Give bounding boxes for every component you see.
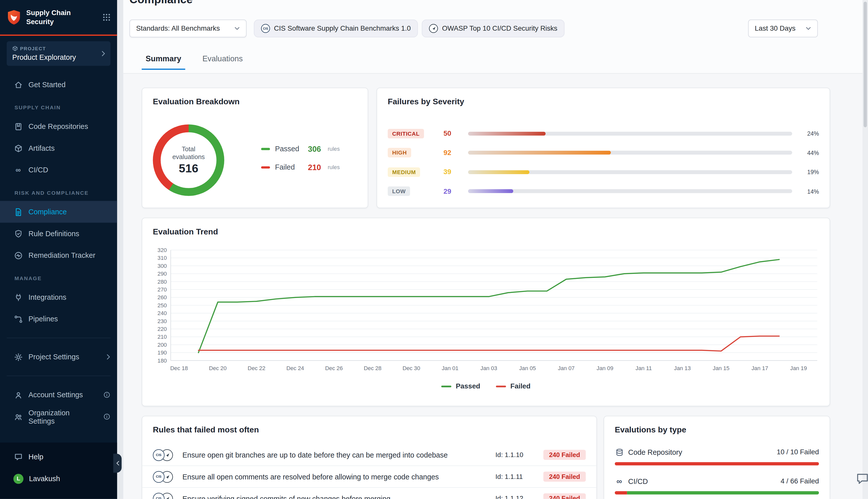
svg-text:Jan 13: Jan 13 [674, 365, 691, 372]
sidebar-item-label: Integrations [28, 293, 66, 301]
svg-text:250: 250 [158, 302, 167, 308]
passed-label: Passed [275, 145, 303, 153]
svg-text:Jan 05: Jan 05 [519, 365, 536, 372]
project-cube-icon [12, 46, 18, 51]
project-selector[interactable]: PROJECT Product Exploratory [7, 41, 111, 66]
chevron-down-icon [234, 27, 240, 30]
infinity-icon: ∞ [13, 165, 23, 175]
sidebar-item-remediation-tracker[interactable]: Remediation Tracker [0, 244, 117, 266]
card-title: Evalutions by type [615, 425, 686, 435]
tab-evaluations[interactable]: Evaluations [198, 54, 247, 70]
sidebar-item-compliance[interactable]: Compliance [0, 201, 117, 223]
main-scrollbar[interactable] [863, 0, 868, 499]
sidebar-item-get-started[interactable]: Get Started [0, 74, 117, 96]
severity-row-high: HIGH 92 44% [388, 143, 819, 162]
trend-line-chart: 3203103002902802702602502402302202102001… [142, 241, 831, 380]
chat-widget-button[interactable] [855, 472, 868, 486]
home-icon [13, 80, 23, 89]
sidebar-item-artifacts[interactable]: Artifacts [0, 137, 117, 159]
evaluations-donut-chart: Total evaluations 516 [153, 124, 224, 196]
sidebar-item-label: Organization Settings [28, 408, 97, 425]
info-icon[interactable] [103, 413, 111, 421]
sidebar-item-project-settings[interactable]: Project Settings [0, 346, 117, 368]
sidebar-collapse-button[interactable] [113, 454, 122, 473]
sidebar-divider [7, 376, 111, 376]
user-name: Lavakush [29, 474, 60, 483]
owasp-icon [429, 24, 438, 33]
type-value: 4 / 66 Failed [781, 477, 819, 485]
svg-text:Dec 26: Dec 26 [325, 365, 343, 372]
user-icon [13, 390, 23, 400]
severity-row-medium: MEDIUM 39 19% [388, 162, 819, 182]
failed-swatch [261, 166, 270, 168]
page-title: Compliance [129, 0, 193, 6]
tab-summary[interactable]: Summary [142, 54, 185, 70]
sidebar-item-label: Remediation Tracker [28, 251, 95, 259]
rule-row[interactable]: CIS Ensure all open comments are resolve… [142, 465, 596, 487]
sidebar: Supply Chain Security PROJECT [0, 0, 117, 499]
sidebar-item-code-repositories[interactable]: Code Repositories [0, 115, 117, 137]
remediation-pulse-icon [13, 251, 23, 260]
sidebar-item-label: Pipelines [28, 315, 58, 323]
svg-text:Dec 30: Dec 30 [402, 365, 420, 372]
sidebar-item-label: Artifacts [28, 144, 54, 152]
card-title: Rules that failed most often [153, 425, 259, 435]
donut-center-label: Total evaluations [172, 145, 205, 161]
svg-text:Dec 24: Dec 24 [286, 365, 304, 372]
cis-icon: CIS [261, 24, 270, 33]
failed-count-badge: 240 Failed [543, 472, 586, 482]
benchmark-chip-cis[interactable]: CIS CIS Software Supply Chain Benchmarks… [254, 20, 418, 37]
severity-badge: HIGH [388, 148, 411, 158]
database-icon [615, 448, 624, 457]
sidebar-header: Supply Chain Security [0, 0, 117, 36]
severity-percent: 19% [792, 169, 819, 175]
apps-grid-icon[interactable] [103, 13, 111, 21]
sidebar-divider [7, 338, 111, 338]
sidebar-item-cicd[interactable]: ∞ CI/CD [0, 159, 117, 181]
failed-unit: rules [328, 164, 340, 170]
svg-text:230: 230 [158, 318, 167, 324]
sidebar-item-pipelines[interactable]: Pipelines [0, 308, 117, 330]
svg-text:180: 180 [158, 357, 167, 364]
rule-text: Ensure all open comments are resolved be… [182, 472, 495, 480]
severity-badge: CRITICAL [388, 129, 424, 138]
severity-row-critical: CRITICAL 50 24% [388, 124, 819, 143]
sidebar-item-rule-definitions[interactable]: Rule Definitions [0, 223, 117, 244]
severity-percent: 14% [792, 188, 819, 195]
svg-text:Dec 22: Dec 22 [248, 365, 265, 372]
help-button[interactable]: Help [0, 446, 117, 468]
legend-passed-row: Passed 306 rules [261, 144, 340, 153]
sidebar-item-label: CI/CD [28, 166, 48, 174]
severity-rows: CRITICAL 50 24% HIGH 92 44% MEDIUM 39 19… [388, 124, 819, 201]
date-range-dropdown[interactable]: Last 30 Days [748, 20, 818, 37]
svg-text:200: 200 [158, 342, 167, 348]
benchmark-chip-owasp[interactable]: OWASP Top 10 CI/CD Security Risks [422, 20, 565, 37]
svg-text:190: 190 [158, 350, 167, 356]
svg-text:210: 210 [158, 334, 167, 340]
rule-row[interactable]: CIS Ensure open git branches are up to d… [142, 444, 596, 465]
rule-row[interactable]: CIS Ensure verifying signed commits of n… [142, 487, 596, 499]
project-label: PROJECT [20, 46, 46, 51]
sidebar-item-account-settings[interactable]: Account Settings [0, 384, 117, 406]
sidebar-item-integrations[interactable]: Integrations [0, 286, 117, 308]
sidebar-item-label: Project Settings [28, 353, 79, 361]
type-value: 10 / 10 Failed [777, 448, 819, 456]
evaluation-breakdown-card: Evaluation Breakdown Total evaluations 5… [142, 88, 368, 208]
svg-text:Jan 01: Jan 01 [442, 365, 459, 372]
severity-count: 39 [444, 168, 468, 176]
user-menu[interactable]: L Lavakush [0, 467, 117, 489]
info-icon[interactable] [103, 391, 111, 399]
svg-text:290: 290 [158, 271, 167, 277]
sidebar-item-label: Account Settings [28, 391, 83, 399]
sidebar-item-organization-settings[interactable]: Organization Settings [0, 406, 117, 428]
cis-icon: CIS [153, 449, 165, 461]
pipeline-icon [13, 314, 23, 324]
help-label: Help [28, 452, 43, 461]
scrollbar-thumb[interactable] [864, 2, 867, 127]
legend-failed: Failed [496, 382, 531, 390]
type-row-code-repository: Code Repository 10 / 10 Failed [615, 448, 819, 457]
sidebar-footer: Help L Lavakush [0, 442, 117, 499]
severity-bar [468, 132, 792, 136]
standards-filter-dropdown[interactable]: Standards: All Benchmarks [129, 20, 247, 37]
rule-text: Ensure open git branches are up to date … [182, 451, 495, 459]
